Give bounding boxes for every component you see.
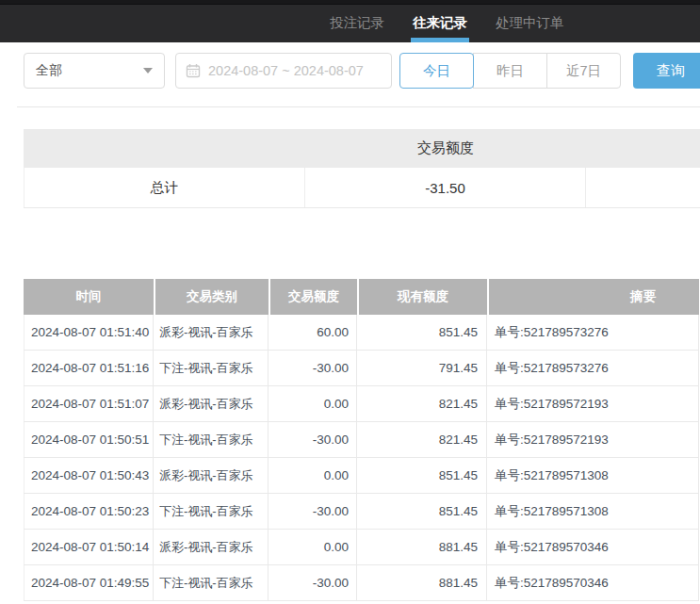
calendar-icon bbox=[186, 63, 201, 78]
cell-summary: 单号:521789570346 bbox=[487, 530, 699, 564]
table-row: 2024-08-07 01:50:51 下注-视讯-百家乐 -30.00 821… bbox=[24, 422, 699, 458]
tab-transaction-records[interactable]: 往来记录 bbox=[413, 0, 467, 42]
cell-summary: 单号:521789573276 bbox=[487, 351, 699, 385]
column-header-summary: 摘要 bbox=[487, 279, 699, 315]
cell-amount: 60.00 bbox=[269, 315, 357, 350]
cell-type: 派彩-视讯-百家乐 bbox=[154, 530, 269, 564]
query-button[interactable]: 查询 bbox=[633, 53, 700, 89]
section-divider bbox=[17, 106, 700, 107]
cell-balance: 821.45 bbox=[357, 422, 487, 457]
chevron-down-icon bbox=[143, 68, 153, 73]
column-header-amount: 交易额度 bbox=[269, 279, 357, 315]
cell-balance: 881.45 bbox=[357, 530, 487, 564]
transactions-table: 时间 交易类别 交易额度 现有额度 摘要 2024-08-07 01:51:40… bbox=[24, 279, 699, 601]
cell-type: 派彩-视讯-百家乐 bbox=[154, 458, 269, 493]
cell-summary: 单号:521789572193 bbox=[487, 386, 699, 421]
cell-type: 派彩-视讯-百家乐 bbox=[154, 386, 269, 421]
table-row: 2024-08-07 01:51:16 下注-视讯-百家乐 -30.00 791… bbox=[24, 351, 699, 386]
category-select-value: 全部 bbox=[36, 62, 62, 79]
transactions-header-row: 时间 交易类别 交易额度 现有额度 摘要 bbox=[24, 279, 699, 315]
summary-total-amount: -31.50 bbox=[305, 168, 586, 207]
summary-header-row: 交易额度 bbox=[24, 129, 700, 168]
table-row: 2024-08-07 01:50:23 下注-视讯-百家乐 -30.00 851… bbox=[24, 494, 699, 530]
tab-bar: 投注记录 往来记录 处理中订单 bbox=[0, 0, 700, 42]
table-row: 2024-08-07 01:51:40 派彩-视讯-百家乐 60.00 851.… bbox=[24, 315, 699, 351]
cell-type: 派彩-视讯-百家乐 bbox=[154, 315, 269, 350]
cell-summary: 单号:521789571308 bbox=[487, 494, 699, 529]
cell-amount: 0.00 bbox=[269, 458, 357, 493]
column-header-type: 交易类别 bbox=[154, 279, 269, 315]
cell-time: 2024-08-07 01:50:23 bbox=[24, 494, 154, 529]
today-button[interactable]: 今日 bbox=[399, 53, 474, 89]
cell-summary: 单号:521789572193 bbox=[487, 422, 699, 457]
cell-time: 2024-08-07 01:50:43 bbox=[24, 458, 154, 493]
summary-total-row: 总计 -31.50 bbox=[24, 168, 700, 208]
date-range-input[interactable]: 2024-08-07 ~ 2024-08-07 bbox=[175, 53, 392, 89]
cell-time: 2024-08-07 01:49:55 bbox=[24, 565, 154, 600]
summary-header-amount: 交易额度 bbox=[305, 129, 586, 168]
cell-amount: 0.00 bbox=[269, 530, 357, 564]
quick-range-group: 今日 昨日 近7日 bbox=[399, 53, 621, 89]
transactions-body: 2024-08-07 01:51:40 派彩-视讯-百家乐 60.00 851.… bbox=[24, 315, 699, 601]
summary-table: 交易额度 总计 -31.50 bbox=[24, 129, 700, 208]
cell-balance: 821.45 bbox=[357, 386, 487, 421]
tab-list: 投注记录 往来记录 处理中订单 bbox=[330, 0, 564, 42]
column-header-balance: 现有额度 bbox=[357, 279, 487, 315]
cell-time: 2024-08-07 01:51:07 bbox=[24, 386, 154, 421]
page: 投注记录 往来记录 处理中订单 全部 2024-08-07 ~ 2024-08-… bbox=[0, 0, 700, 604]
cell-type: 下注-视讯-百家乐 bbox=[154, 351, 269, 385]
cell-amount: -30.00 bbox=[269, 351, 357, 385]
cell-time: 2024-08-07 01:50:51 bbox=[24, 422, 154, 457]
today-button-label: 今日 bbox=[423, 62, 450, 80]
cell-amount: -30.00 bbox=[269, 565, 357, 600]
summary-total-clipped bbox=[586, 168, 700, 207]
summary-header-clipped bbox=[586, 129, 700, 168]
cell-balance: 791.45 bbox=[357, 351, 487, 385]
cell-amount: 0.00 bbox=[269, 386, 357, 421]
table-row: 2024-08-07 01:50:43 派彩-视讯-百家乐 0.00 851.4… bbox=[24, 458, 699, 494]
cell-amount: -30.00 bbox=[269, 494, 357, 529]
cell-balance: 881.45 bbox=[357, 565, 487, 600]
cell-summary: 单号:521789571308 bbox=[487, 458, 699, 493]
tab-processing-orders[interactable]: 处理中订单 bbox=[496, 0, 564, 42]
yesterday-button[interactable]: 昨日 bbox=[473, 53, 547, 89]
summary-header-blank bbox=[24, 129, 305, 168]
date-range-value: 2024-08-07 ~ 2024-08-07 bbox=[208, 63, 364, 78]
cell-summary: 单号:521789570346 bbox=[487, 565, 699, 600]
column-header-time: 时间 bbox=[24, 279, 154, 315]
cell-balance: 851.45 bbox=[357, 315, 487, 350]
summary-total-label: 总计 bbox=[24, 168, 305, 207]
cell-type: 下注-视讯-百家乐 bbox=[154, 565, 269, 600]
last-7-days-button[interactable]: 近7日 bbox=[546, 53, 621, 89]
cell-summary: 单号:521789573276 bbox=[487, 315, 699, 350]
category-select[interactable]: 全部 bbox=[24, 53, 165, 89]
active-tab-underline bbox=[411, 38, 469, 42]
table-row: 2024-08-07 01:49:55 下注-视讯-百家乐 -30.00 881… bbox=[24, 565, 699, 601]
tab-label: 投注记录 bbox=[330, 14, 384, 32]
table-row: 2024-08-07 01:51:07 派彩-视讯-百家乐 0.00 821.4… bbox=[24, 386, 699, 422]
yesterday-button-label: 昨日 bbox=[497, 62, 524, 80]
cell-balance: 851.45 bbox=[357, 494, 487, 529]
cell-time: 2024-08-07 01:50:14 bbox=[24, 530, 154, 564]
table-row: 2024-08-07 01:50:14 派彩-视讯-百家乐 0.00 881.4… bbox=[24, 530, 699, 565]
tab-betting-records[interactable]: 投注记录 bbox=[330, 0, 384, 42]
cell-type: 下注-视讯-百家乐 bbox=[154, 494, 269, 529]
tab-label: 处理中订单 bbox=[496, 14, 564, 32]
cell-time: 2024-08-07 01:51:16 bbox=[24, 351, 154, 385]
last-7-days-button-label: 近7日 bbox=[566, 62, 601, 80]
cell-type: 下注-视讯-百家乐 bbox=[154, 422, 269, 457]
cell-balance: 851.45 bbox=[357, 458, 487, 493]
tab-label: 往来记录 bbox=[413, 14, 467, 32]
cell-amount: -30.00 bbox=[269, 422, 357, 457]
cell-time: 2024-08-07 01:51:40 bbox=[24, 315, 154, 350]
